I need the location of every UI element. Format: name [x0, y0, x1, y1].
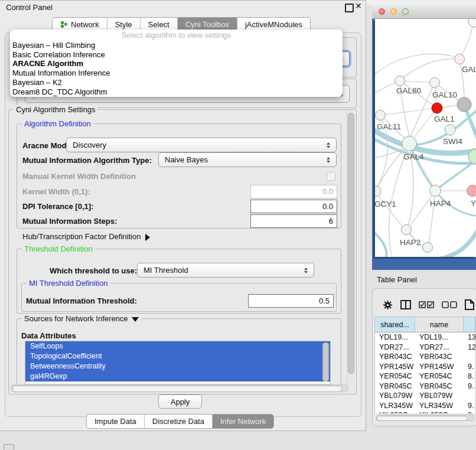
network-node[interactable]: [455, 54, 465, 64]
column-header-name[interactable]: name: [415, 317, 464, 332]
data-attribute-item[interactable]: BetweennessCentrality: [25, 361, 330, 371]
apply-button[interactable]: Apply: [158, 394, 202, 409]
table-cell[interactable]: 8.: [464, 372, 475, 380]
algorithm-option[interactable]: Basic Correlation Inference: [10, 50, 343, 60]
table-row[interactable]: YDR27...YDR27...12: [375, 343, 475, 353]
table-cell[interactable]: YLR345W: [415, 402, 464, 410]
table-cell[interactable]: YBR045C: [375, 382, 415, 390]
algorithm-option[interactable]: Dream8 DC_TDC Algorithm: [10, 87, 343, 97]
network-edge[interactable]: [408, 191, 435, 228]
network-edge[interactable]: [432, 226, 476, 257]
table-cell[interactable]: YDL19...: [415, 333, 464, 341]
table-cell[interactable]: 13: [464, 333, 475, 341]
manual-kernel-checkbox[interactable]: [327, 172, 335, 181]
network-edge[interactable]: [377, 144, 409, 189]
algorithm-option[interactable]: Bayesian – Hill Climbing: [10, 41, 343, 50]
dpi-tolerance-input[interactable]: 0.0: [250, 200, 337, 213]
table-row[interactable]: YLR345WYLR345W9.: [375, 401, 475, 411]
table-cell[interactable]: YIL053C: [375, 411, 415, 413]
network-edge[interactable]: [375, 230, 387, 257]
network-node[interactable]: [376, 110, 386, 120]
network-node[interactable]: [395, 76, 405, 86]
data-attribute-item[interactable]: gal4RGexp: [25, 371, 330, 381]
network-canvas[interactable]: GALGAL80GAL10GAL1SWI4GAL11GAL4GCY1HAP4YH…: [375, 19, 476, 257]
network-node[interactable]: [468, 19, 476, 27]
table-cell[interactable]: 9: [464, 411, 475, 413]
unchecked-checkboxes-icon[interactable]: [442, 301, 457, 308]
document-icon[interactable]: [465, 299, 474, 310]
table-row[interactable]: YBL079WYBL079W: [375, 391, 475, 401]
aracne-mode-combo[interactable]: Discovery: [66, 138, 337, 152]
table-cell[interactable]: YBL079W: [375, 392, 415, 400]
table-row[interactable]: YDL19...YDL19...13: [375, 332, 475, 343]
close-traffic-light[interactable]: [379, 8, 385, 15]
kernel-width-input[interactable]: 0.0: [250, 185, 337, 198]
minimized-panel-icon[interactable]: [4, 444, 14, 450]
table-cell[interactable]: 12: [464, 343, 475, 351]
table-cell[interactable]: YBR043C: [375, 353, 415, 361]
close-window-icon[interactable]: ✕: [355, 1, 362, 11]
zoom-traffic-light[interactable]: [402, 8, 409, 15]
tab-impute-data[interactable]: Impute Data: [87, 415, 144, 428]
network-node[interactable]: [467, 185, 476, 197]
table-cell[interactable]: YPR145W: [375, 363, 415, 371]
gear-icon[interactable]: [383, 300, 393, 310]
network-node[interactable]: [430, 185, 441, 197]
table-cell[interactable]: YER054C: [375, 372, 415, 380]
tab-infer-network[interactable]: Infer Network: [212, 415, 273, 428]
float-window-icon[interactable]: [345, 4, 354, 12]
table-row[interactable]: YBR045CYBR045C9.: [375, 381, 475, 392]
network-node[interactable]: [423, 243, 433, 253]
table-cell[interactable]: YBR045C: [415, 382, 464, 390]
table-row[interactable]: YPR145WYPR145W9.: [375, 362, 475, 372]
network-edge[interactable]: [459, 21, 474, 59]
network-edge[interactable]: [375, 54, 458, 77]
mi-type-combo[interactable]: Naive Bayes: [158, 152, 337, 167]
network-node[interactable]: [445, 125, 455, 135]
column-header-partial[interactable]: [464, 317, 475, 332]
mi-threshold-input[interactable]: 0.5: [248, 294, 334, 308]
network-node[interactable]: [457, 97, 471, 112]
network-edge[interactable]: [407, 150, 413, 228]
table-cell[interactable]: YDR27...: [375, 343, 415, 351]
column-header-shared-name[interactable]: shared...: [375, 317, 415, 332]
table-cell[interactable]: YLR345W: [375, 402, 415, 410]
table-cell[interactable]: YER054C: [415, 372, 464, 380]
algorithm-option[interactable]: ARACNE Algorithm: [10, 59, 343, 69]
table-row[interactable]: YBR043CYBR043C: [375, 352, 475, 362]
network-node[interactable]: [375, 186, 381, 197]
settings-vertical-scrollbar-thumb[interactable]: [348, 113, 354, 374]
data-attribute-item[interactable]: SelfLoops: [25, 341, 330, 351]
hub-definition-expander[interactable]: Hub/Transcription Factor Definition: [22, 232, 150, 241]
table-cell[interactable]: YBL079W: [415, 392, 464, 400]
table-row[interactable]: YER054CYER054C8.: [375, 371, 475, 381]
settings-vertical-scrollbar[interactable]: [347, 112, 354, 384]
settings-horizontal-scrollbar[interactable]: [11, 384, 348, 392]
table-cell[interactable]: 9.: [464, 382, 475, 390]
tab-discretize-data[interactable]: Discretize Data: [144, 415, 212, 428]
which-threshold-combo[interactable]: MI Threshold: [137, 263, 314, 278]
network-edge[interactable]: [400, 59, 459, 81]
table-cell[interactable]: YIL053C: [415, 411, 464, 413]
list-scrollbar[interactable]: [322, 343, 329, 381]
table-cell[interactable]: YDR27...: [415, 343, 464, 351]
table-cell[interactable]: YBR043C: [415, 353, 464, 361]
network-window-titlebar[interactable]: [372, 5, 476, 19]
network-node[interactable]: [432, 103, 442, 113]
table-row[interactable]: YIL053CYIL053C9: [375, 410, 475, 413]
table-cell[interactable]: 9.: [464, 363, 475, 371]
table-horizontal-scrollbar[interactable]: [376, 415, 475, 421]
settings-horizontal-scrollbar-thumb[interactable]: [12, 386, 342, 392]
network-edge[interactable]: [412, 108, 437, 141]
algorithm-option[interactable]: Bayesian – K2: [10, 78, 343, 87]
table-cell[interactable]: 9.: [464, 402, 475, 410]
table-horizontal-scrollbar-thumb[interactable]: [377, 416, 468, 421]
network-node[interactable]: [402, 136, 417, 151]
sources-group-title[interactable]: Sources for Network Inference: [22, 314, 141, 323]
mi-steps-input[interactable]: 6: [250, 214, 337, 228]
table-cell[interactable]: YPR145W: [415, 363, 464, 371]
minimize-traffic-light[interactable]: [390, 8, 397, 15]
network-edge[interactable]: [380, 108, 437, 115]
network-node[interactable]: [402, 225, 412, 235]
columns-icon[interactable]: [400, 300, 411, 309]
